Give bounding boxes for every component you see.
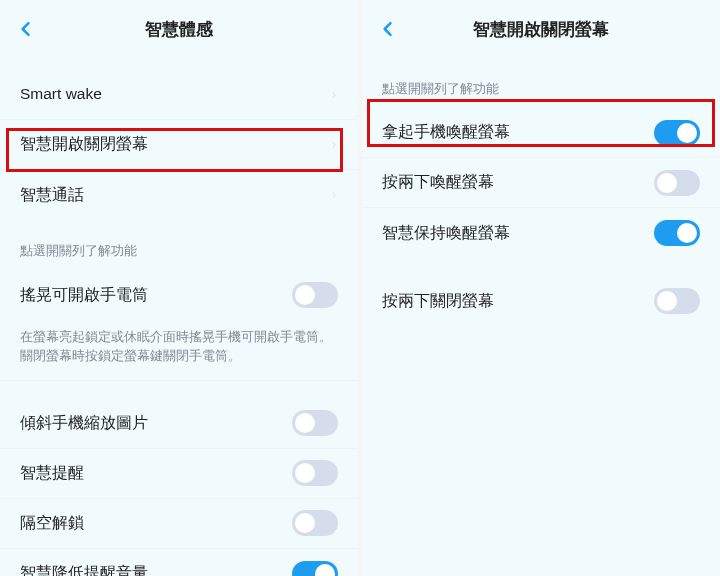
row-label: 智慧提醒 [20, 463, 84, 483]
chevron-right-icon [330, 88, 338, 102]
row-label: 隔空解鎖 [20, 513, 84, 533]
back-icon[interactable] [16, 19, 36, 39]
row-label: 智慧保持喚醒螢幕 [382, 223, 510, 243]
row-smart-wake[interactable]: Smart wake [0, 70, 358, 120]
row-tilt-zoom[interactable]: 傾斜手機縮放圖片 [0, 399, 358, 449]
row-label: 按兩下關閉螢幕 [382, 291, 494, 311]
row-label: 智慧通話 [20, 185, 84, 205]
row-smart-volume[interactable]: 智慧降低提醒音量 [0, 549, 358, 577]
screen-smart-screen-onoff: 智慧開啟關閉螢幕 點選開關列了解功能 拿起手機喚醒螢幕 按兩下喚醒螢幕 智慧保持… [362, 0, 720, 576]
row-smart-screen[interactable]: 智慧開啟關閉螢幕 [0, 120, 358, 170]
back-icon[interactable] [378, 19, 398, 39]
toggle-shake-flashlight[interactable] [292, 282, 338, 308]
row-description: 在螢幕亮起鎖定或休眠介面時搖晃手機可開啟手電筒。關閉螢幕時按鎖定螢幕鍵關閉手電筒… [0, 320, 358, 381]
row-raise-to-wake[interactable]: 拿起手機喚醒螢幕 [362, 108, 720, 158]
section-hint: 點選開關列了解功能 [362, 58, 720, 108]
page-title: 智慧體感 [145, 18, 213, 41]
row-label: 智慧開啟關閉螢幕 [20, 134, 148, 154]
row-label: 搖晃可開啟手電筒 [20, 285, 148, 305]
row-smart-remind[interactable]: 智慧提醒 [0, 449, 358, 499]
toggle-tilt-zoom[interactable] [292, 410, 338, 436]
header: 智慧體感 [0, 0, 358, 58]
page-title: 智慧開啟關閉螢幕 [473, 18, 609, 41]
row-label: 智慧降低提醒音量 [20, 563, 148, 576]
toggle-double-tap-off[interactable] [654, 288, 700, 314]
row-air-unlock[interactable]: 隔空解鎖 [0, 499, 358, 549]
row-label: 拿起手機喚醒螢幕 [382, 122, 510, 142]
header: 智慧開啟關閉螢幕 [362, 0, 720, 58]
row-smart-call[interactable]: 智慧通話 [0, 170, 358, 220]
row-shake-flashlight[interactable]: 搖晃可開啟手電筒 [0, 270, 358, 320]
section-hint: 點選開關列了解功能 [0, 220, 358, 270]
chevron-right-icon [330, 138, 338, 152]
chevron-right-icon [330, 188, 338, 202]
toggle-double-tap-wake[interactable] [654, 170, 700, 196]
row-label: 傾斜手機縮放圖片 [20, 413, 148, 433]
row-double-tap-off[interactable]: 按兩下關閉螢幕 [362, 276, 720, 326]
row-smart-keep-awake[interactable]: 智慧保持喚醒螢幕 [362, 208, 720, 258]
toggle-raise-to-wake[interactable] [654, 120, 700, 146]
row-double-tap-wake[interactable]: 按兩下喚醒螢幕 [362, 158, 720, 208]
toggle-smart-remind[interactable] [292, 460, 338, 486]
row-label: Smart wake [20, 84, 102, 104]
toggle-smart-keep-awake[interactable] [654, 220, 700, 246]
screen-smart-motion: 智慧體感 Smart wake 智慧開啟關閉螢幕 智慧通話 點選開關列了解功能 … [0, 0, 358, 576]
toggle-air-unlock[interactable] [292, 510, 338, 536]
row-label: 按兩下喚醒螢幕 [382, 172, 494, 192]
toggle-smart-volume[interactable] [292, 561, 338, 577]
